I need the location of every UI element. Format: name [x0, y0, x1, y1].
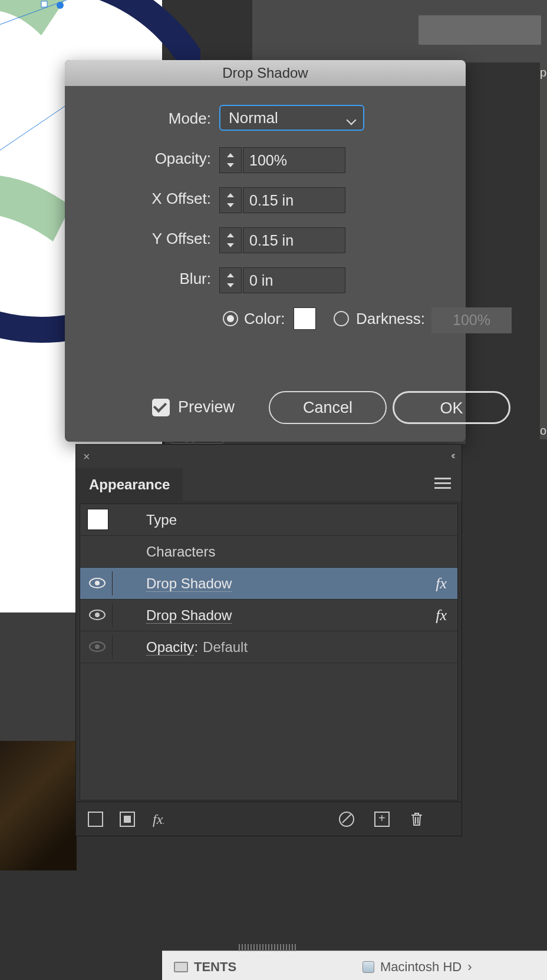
mode-label: Mode:: [169, 110, 211, 128]
stroke-profile-dropdown[interactable]: [419, 15, 541, 45]
folder-icon: [174, 962, 188, 972]
svg-point-10: [95, 612, 100, 617]
finder-current-folder[interactable]: TENTS: [174, 959, 236, 975]
opacity-row: Opacity: 100%: [65, 141, 466, 181]
color-swatch[interactable]: [294, 307, 316, 330]
dialog-footer: Preview Cancel OK: [65, 391, 466, 425]
y-offset-label: Y Offset:: [152, 230, 211, 248]
cancel-button[interactable]: Cancel: [269, 391, 387, 424]
opacity-label: Opacity:: [155, 150, 211, 168]
list-item-drop-shadow-selected[interactable]: Drop Shadow fx: [80, 568, 457, 600]
characters-label: Characters: [146, 544, 215, 560]
y-offset-stepper[interactable]: [219, 227, 242, 253]
panel-header: × ‹‹: [76, 445, 462, 468]
finder-breadcrumb[interactable]: Macintosh HD ›: [363, 959, 472, 975]
appearance-list: Type Characters Drop Shadow fx Drop Shad…: [80, 504, 458, 800]
row-divider: [112, 635, 113, 659]
list-item-drop-shadow[interactable]: Drop Shadow fx: [80, 600, 457, 631]
clear-appearance-icon[interactable]: [339, 812, 354, 827]
visibility-eye-icon[interactable]: [88, 608, 106, 621]
folder-name: TENTS: [194, 959, 236, 975]
chevron-down-icon: [347, 114, 356, 124]
thumbnail-forest: [0, 741, 77, 870]
color-row: Color: Darkness: 100%: [65, 307, 466, 343]
panel-tabs: Appearance: [76, 468, 462, 501]
right-panel-slice: [540, 62, 547, 439]
preview-checkbox-wrap[interactable]: Preview: [152, 398, 235, 416]
chevron-right-icon: ›: [467, 959, 472, 975]
x-offset-stepper[interactable]: [219, 187, 242, 213]
visibility-eye-icon[interactable]: [88, 577, 106, 590]
close-icon[interactable]: ×: [83, 451, 90, 462]
no-fill-icon[interactable]: [88, 812, 103, 827]
opacity-stepper[interactable]: [219, 147, 242, 173]
ok-button[interactable]: OK: [393, 391, 510, 424]
darkness-label: Darkness:: [356, 310, 425, 328]
fx-icon[interactable]: fx: [436, 607, 447, 624]
list-item-characters[interactable]: Characters: [80, 536, 457, 568]
resize-grip-icon[interactable]: [239, 944, 298, 951]
type-label: Type: [146, 512, 177, 528]
row-divider: [112, 571, 113, 595]
x-offset-field[interactable]: 0.15 in: [243, 187, 345, 213]
fill-icon[interactable]: [120, 812, 135, 827]
drop-shadow-dialog: Drop Shadow Mode: Normal Opacity: 100% X…: [65, 60, 466, 442]
blur-label: Blur:: [180, 270, 211, 288]
opacity-field[interactable]: 100%: [243, 147, 345, 173]
color-radio[interactable]: [223, 311, 238, 326]
cutoff-text-2: olo: [540, 424, 547, 442]
collapse-icon[interactable]: ‹‹: [451, 449, 453, 462]
darkness-radio[interactable]: [334, 311, 349, 326]
color-label: Color:: [244, 310, 285, 328]
mode-value: Normal: [229, 109, 278, 127]
opacity-label: Opacity:Default: [146, 639, 248, 655]
disk-icon: [363, 961, 374, 973]
visibility-eye-icon[interactable]: [88, 640, 106, 653]
svg-point-12: [95, 644, 100, 649]
svg-point-8: [95, 581, 100, 585]
add-effect-icon[interactable]: fx.: [153, 812, 168, 827]
tab-appearance[interactable]: Appearance: [76, 468, 183, 501]
blur-row: Blur: 0 in: [65, 261, 466, 302]
appearance-panel: × ‹‹ Appearance Type Characters Drop Sha…: [75, 444, 462, 836]
drop-shadow-label: Drop Shadow: [146, 607, 232, 624]
row-divider: [112, 603, 113, 627]
x-offset-row: X Offset: 0.15 in: [65, 181, 466, 221]
disk-name: Macintosh HD: [380, 959, 462, 975]
svg-point-2: [57, 2, 64, 9]
fx-icon[interactable]: fx: [436, 575, 447, 592]
y-offset-row: Y Offset: 0.15 in: [65, 221, 466, 261]
cutoff-text-1: pe: [540, 64, 547, 81]
svg-rect-1: [41, 1, 47, 7]
list-item-type[interactable]: Type: [80, 504, 457, 536]
blur-stepper[interactable]: [219, 267, 242, 293]
x-offset-label: X Offset:: [151, 190, 211, 208]
dialog-title: Drop Shadow: [65, 60, 466, 86]
preview-checkbox[interactable]: [152, 399, 170, 416]
blur-field[interactable]: 0 in: [243, 267, 345, 293]
mode-dropdown[interactable]: Normal: [219, 105, 364, 131]
preview-label: Preview: [178, 398, 235, 416]
y-offset-field[interactable]: 0.15 in: [243, 227, 345, 253]
duplicate-icon[interactable]: [374, 812, 390, 827]
mode-row: Mode: Normal: [65, 101, 466, 141]
drop-shadow-label: Drop Shadow: [146, 575, 232, 592]
panel-footer: fx.: [76, 802, 462, 836]
darkness-field: 100%: [431, 307, 512, 333]
panel-menu-icon[interactable]: [434, 478, 451, 489]
type-thumbnail: [87, 509, 108, 530]
finder-path-bar: TENTS Macintosh HD ›: [162, 951, 547, 980]
trash-icon[interactable]: [410, 812, 425, 827]
list-item-opacity[interactable]: Opacity:Default: [80, 631, 457, 663]
